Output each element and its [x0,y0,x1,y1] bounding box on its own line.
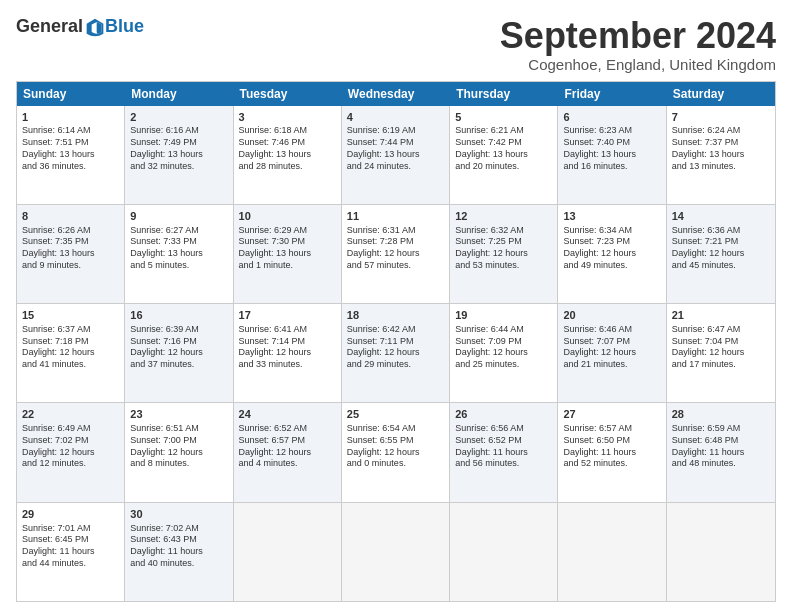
day-info: Sunrise: 6:21 AMSunset: 7:42 PMDaylight:… [455,125,552,172]
day-cell-25: 25Sunrise: 6:54 AMSunset: 6:55 PMDayligh… [342,403,450,501]
day-info: Sunrise: 6:56 AMSunset: 6:52 PMDaylight:… [455,423,552,470]
day-number: 4 [347,110,444,125]
day-number: 13 [563,209,660,224]
day-info: Sunrise: 6:52 AMSunset: 6:57 PMDaylight:… [239,423,336,470]
day-info: Sunrise: 6:16 AMSunset: 7:49 PMDaylight:… [130,125,227,172]
day-info: Sunrise: 6:59 AMSunset: 6:48 PMDaylight:… [672,423,770,470]
day-info: Sunrise: 6:14 AMSunset: 7:51 PMDaylight:… [22,125,119,172]
day-number: 10 [239,209,336,224]
page: General Blue September 2024 Cogenhoe, En… [0,0,792,612]
location: Cogenhoe, England, United Kingdom [500,56,776,73]
day-info: Sunrise: 6:49 AMSunset: 7:02 PMDaylight:… [22,423,119,470]
day-info: Sunrise: 6:41 AMSunset: 7:14 PMDaylight:… [239,324,336,371]
day-info: Sunrise: 6:19 AMSunset: 7:44 PMDaylight:… [347,125,444,172]
day-info: Sunrise: 6:54 AMSunset: 6:55 PMDaylight:… [347,423,444,470]
day-header-thursday: Thursday [450,82,558,106]
day-info: Sunrise: 6:23 AMSunset: 7:40 PMDaylight:… [563,125,660,172]
day-info: Sunrise: 6:44 AMSunset: 7:09 PMDaylight:… [455,324,552,371]
empty-cell [558,503,666,601]
day-number: 20 [563,308,660,323]
day-cell-6: 6Sunrise: 6:23 AMSunset: 7:40 PMDaylight… [558,106,666,204]
day-number: 1 [22,110,119,125]
day-info: Sunrise: 6:18 AMSunset: 7:46 PMDaylight:… [239,125,336,172]
day-cell-30: 30Sunrise: 7:02 AMSunset: 6:43 PMDayligh… [125,503,233,601]
day-cell-20: 20Sunrise: 6:46 AMSunset: 7:07 PMDayligh… [558,304,666,402]
day-cell-29: 29Sunrise: 7:01 AMSunset: 6:45 PMDayligh… [17,503,125,601]
day-cell-1: 1Sunrise: 6:14 AMSunset: 7:51 PMDaylight… [17,106,125,204]
day-cell-27: 27Sunrise: 6:57 AMSunset: 6:50 PMDayligh… [558,403,666,501]
day-info: Sunrise: 6:37 AMSunset: 7:18 PMDaylight:… [22,324,119,371]
day-info: Sunrise: 7:02 AMSunset: 6:43 PMDaylight:… [130,523,227,570]
header: General Blue September 2024 Cogenhoe, En… [16,16,776,73]
day-header-sunday: Sunday [17,82,125,106]
day-cell-4: 4Sunrise: 6:19 AMSunset: 7:44 PMDaylight… [342,106,450,204]
empty-cell [450,503,558,601]
day-number: 12 [455,209,552,224]
logo-blue-text: Blue [105,16,144,37]
day-cell-28: 28Sunrise: 6:59 AMSunset: 6:48 PMDayligh… [667,403,775,501]
calendar-week-3: 15Sunrise: 6:37 AMSunset: 7:18 PMDayligh… [17,303,775,402]
day-cell-12: 12Sunrise: 6:32 AMSunset: 7:25 PMDayligh… [450,205,558,303]
day-info: Sunrise: 6:31 AMSunset: 7:28 PMDaylight:… [347,225,444,272]
empty-cell [667,503,775,601]
day-info: Sunrise: 6:36 AMSunset: 7:21 PMDaylight:… [672,225,770,272]
empty-cell [342,503,450,601]
title-block: September 2024 Cogenhoe, England, United… [500,16,776,73]
calendar-week-5: 29Sunrise: 7:01 AMSunset: 6:45 PMDayligh… [17,502,775,601]
day-info: Sunrise: 7:01 AMSunset: 6:45 PMDaylight:… [22,523,119,570]
calendar-week-2: 8Sunrise: 6:26 AMSunset: 7:35 PMDaylight… [17,204,775,303]
day-number: 30 [130,507,227,522]
day-info: Sunrise: 6:27 AMSunset: 7:33 PMDaylight:… [130,225,227,272]
day-cell-23: 23Sunrise: 6:51 AMSunset: 7:00 PMDayligh… [125,403,233,501]
day-cell-26: 26Sunrise: 6:56 AMSunset: 6:52 PMDayligh… [450,403,558,501]
day-cell-21: 21Sunrise: 6:47 AMSunset: 7:04 PMDayligh… [667,304,775,402]
day-info: Sunrise: 6:34 AMSunset: 7:23 PMDaylight:… [563,225,660,272]
calendar-body: 1Sunrise: 6:14 AMSunset: 7:51 PMDaylight… [17,106,775,601]
day-cell-14: 14Sunrise: 6:36 AMSunset: 7:21 PMDayligh… [667,205,775,303]
day-info: Sunrise: 6:29 AMSunset: 7:30 PMDaylight:… [239,225,336,272]
day-info: Sunrise: 6:39 AMSunset: 7:16 PMDaylight:… [130,324,227,371]
logo-icon [85,17,105,37]
empty-cell [234,503,342,601]
day-cell-15: 15Sunrise: 6:37 AMSunset: 7:18 PMDayligh… [17,304,125,402]
day-number: 18 [347,308,444,323]
day-number: 3 [239,110,336,125]
day-cell-17: 17Sunrise: 6:41 AMSunset: 7:14 PMDayligh… [234,304,342,402]
day-number: 15 [22,308,119,323]
day-cell-7: 7Sunrise: 6:24 AMSunset: 7:37 PMDaylight… [667,106,775,204]
day-cell-16: 16Sunrise: 6:39 AMSunset: 7:16 PMDayligh… [125,304,233,402]
day-number: 8 [22,209,119,224]
day-number: 27 [563,407,660,422]
day-number: 6 [563,110,660,125]
day-info: Sunrise: 6:26 AMSunset: 7:35 PMDaylight:… [22,225,119,272]
day-number: 29 [22,507,119,522]
day-number: 24 [239,407,336,422]
day-number: 5 [455,110,552,125]
day-number: 23 [130,407,227,422]
day-info: Sunrise: 6:47 AMSunset: 7:04 PMDaylight:… [672,324,770,371]
day-number: 14 [672,209,770,224]
day-cell-10: 10Sunrise: 6:29 AMSunset: 7:30 PMDayligh… [234,205,342,303]
day-header-saturday: Saturday [667,82,775,106]
day-cell-22: 22Sunrise: 6:49 AMSunset: 7:02 PMDayligh… [17,403,125,501]
day-number: 2 [130,110,227,125]
day-header-friday: Friday [558,82,666,106]
day-cell-3: 3Sunrise: 6:18 AMSunset: 7:46 PMDaylight… [234,106,342,204]
day-number: 25 [347,407,444,422]
day-info: Sunrise: 6:42 AMSunset: 7:11 PMDaylight:… [347,324,444,371]
logo: General Blue [16,16,144,37]
day-info: Sunrise: 6:46 AMSunset: 7:07 PMDaylight:… [563,324,660,371]
day-info: Sunrise: 6:51 AMSunset: 7:00 PMDaylight:… [130,423,227,470]
day-number: 21 [672,308,770,323]
calendar-week-1: 1Sunrise: 6:14 AMSunset: 7:51 PMDaylight… [17,106,775,204]
day-header-wednesday: Wednesday [342,82,450,106]
calendar-header: SundayMondayTuesdayWednesdayThursdayFrid… [17,82,775,106]
day-header-tuesday: Tuesday [234,82,342,106]
day-cell-19: 19Sunrise: 6:44 AMSunset: 7:09 PMDayligh… [450,304,558,402]
day-info: Sunrise: 6:57 AMSunset: 6:50 PMDaylight:… [563,423,660,470]
day-cell-2: 2Sunrise: 6:16 AMSunset: 7:49 PMDaylight… [125,106,233,204]
day-header-monday: Monday [125,82,233,106]
calendar: SundayMondayTuesdayWednesdayThursdayFrid… [16,81,776,602]
month-title: September 2024 [500,16,776,56]
day-number: 9 [130,209,227,224]
